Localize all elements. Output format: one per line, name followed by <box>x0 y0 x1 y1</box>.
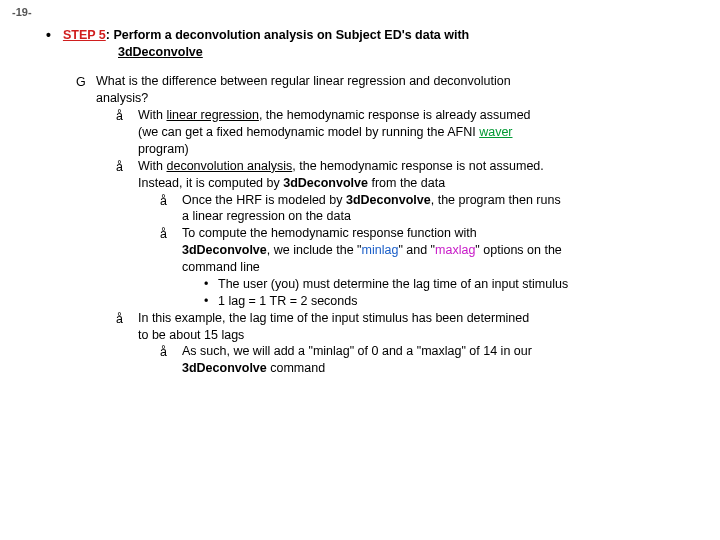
text: from the data <box>368 176 445 190</box>
text: 1 lag = 1 TR = 2 seconds <box>218 294 357 308</box>
bullet-level3: å To compute the hemodynamic response fu… <box>160 225 690 309</box>
bullet-level4: • The user (you) must determine the lag … <box>204 276 690 293</box>
underlined-term: linear regression <box>166 108 258 122</box>
marker-icon: å <box>116 311 123 328</box>
text: program) <box>138 142 189 156</box>
text: With <box>138 159 166 173</box>
marker-icon: å <box>160 226 167 243</box>
bullet-level3: å As such, we will add a "minlag" of 0 a… <box>160 343 690 377</box>
marker-icon: å <box>116 108 123 125</box>
step-title-line2: 3dDeconvolve <box>118 45 690 59</box>
bullet-icon: • <box>204 293 208 310</box>
bullet-level1: G What is the difference between regular… <box>76 73 690 377</box>
text: (we can get a fixed hemodynamic model by… <box>138 125 479 139</box>
program-name: 3dDeconvolve <box>182 361 267 375</box>
program-name: 3dDeconvolve <box>346 193 431 207</box>
step-rest: Perform a deconvolution analysis on Subj… <box>113 28 469 42</box>
bullet-level4: • 1 lag = 1 TR = 2 seconds <box>204 293 690 310</box>
option-maxlag: maxlag <box>435 243 475 257</box>
bullet-icon: • <box>204 276 208 293</box>
bullet-level2: å With linear regression, the hemodynami… <box>116 107 690 158</box>
text: Instead, it is computed by <box>138 176 283 190</box>
text: With <box>138 108 166 122</box>
text: To compute the hemodynamic response func… <box>182 226 477 240</box>
program-name: 3dDeconvolve <box>182 243 267 257</box>
bullet-level3: å Once the HRF is modeled by 3dDeconvolv… <box>160 192 690 226</box>
text: " options on the <box>475 243 561 257</box>
text: , the program then runs <box>431 193 561 207</box>
text: As such, we will add a "minlag" of 0 and… <box>182 344 532 358</box>
step-heading: • STEP 5: Perform a deconvolution analys… <box>46 28 690 43</box>
bullet-level2: å In this example, the lag time of the i… <box>116 310 690 378</box>
page-number: -19- <box>12 6 32 18</box>
text: analysis? <box>96 91 148 105</box>
text: In this example, the lag time of the inp… <box>138 311 529 325</box>
option-minlag: minlag <box>362 243 399 257</box>
text: Once the HRF is modeled by <box>182 193 346 207</box>
marker-icon: å <box>160 193 167 210</box>
bullet-level2: å With deconvolution analysis, the hemod… <box>116 158 690 310</box>
step-label: STEP 5 <box>63 28 106 42</box>
underlined-term: deconvolution analysis <box>166 159 292 173</box>
text: The user (you) must determine the lag ti… <box>218 277 568 291</box>
text: a linear regression on the data <box>182 209 351 223</box>
program-name: 3dDeconvolve <box>283 176 368 190</box>
text: , the hemodynamic response is already as… <box>259 108 531 122</box>
text: to be about 15 lags <box>138 328 244 342</box>
marker-icon: å <box>160 344 167 361</box>
text: command <box>267 361 325 375</box>
text: , we include the " <box>267 243 362 257</box>
step-title-line1: STEP 5: Perform a deconvolution analysis… <box>63 28 469 42</box>
text: , the hemodynamic response is not assume… <box>292 159 544 173</box>
bullet-icon: • <box>46 28 51 43</box>
slide-content: • STEP 5: Perform a deconvolution analys… <box>0 0 720 377</box>
marker-icon: å <box>116 159 123 176</box>
text: What is the difference between regular l… <box>96 74 511 88</box>
text: " and " <box>398 243 435 257</box>
text: command line <box>182 260 260 274</box>
program-name: waver <box>479 125 512 139</box>
marker-icon: G <box>76 74 86 91</box>
